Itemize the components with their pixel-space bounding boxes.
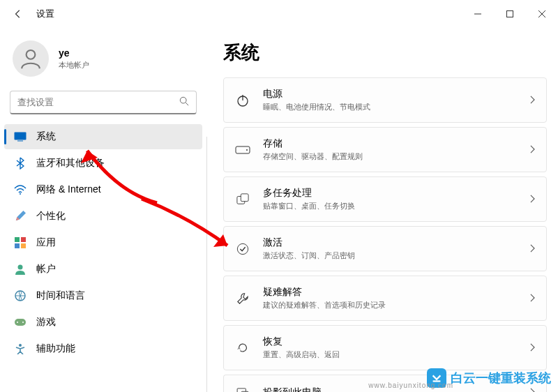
system-icon bbox=[14, 130, 27, 143]
sidebar-item-label: 蓝牙和其他设备 bbox=[36, 157, 105, 169]
close-button[interactable] bbox=[526, 0, 558, 28]
card-troubleshoot[interactable]: 疑难解答建议的疑难解答、首选项和历史记录 bbox=[223, 276, 547, 321]
svg-rect-6 bbox=[17, 141, 23, 142]
project-icon bbox=[235, 385, 250, 392]
card-title: 多任务处理 bbox=[263, 187, 518, 199]
sidebar-item-label: 辅助功能 bbox=[36, 342, 75, 355]
account-name: ye bbox=[59, 47, 89, 59]
svg-rect-5 bbox=[15, 133, 27, 140]
svg-rect-10 bbox=[15, 243, 20, 248]
watermark-url: www.baiyunxitong.com bbox=[368, 382, 453, 389]
account-subtitle: 本地帐户 bbox=[59, 60, 89, 70]
back-button[interactable] bbox=[13, 8, 24, 20]
recovery-icon bbox=[235, 340, 250, 356]
svg-point-15 bbox=[17, 322, 18, 323]
sidebar-item-accounts[interactable]: 帐户 bbox=[4, 257, 202, 282]
svg-point-21 bbox=[246, 149, 248, 151]
svg-point-24 bbox=[237, 243, 248, 254]
svg-rect-1 bbox=[507, 11, 513, 17]
card-title: 电源 bbox=[263, 88, 518, 100]
sidebar-item-gaming[interactable]: 游戏 bbox=[4, 310, 202, 335]
card-sub: 建议的疑难解答、首选项和历史记录 bbox=[263, 300, 518, 310]
chevron-right-icon bbox=[530, 342, 535, 354]
card-power[interactable]: 电源睡眠、电池使用情况、节电模式 bbox=[223, 77, 547, 123]
chevron-right-icon bbox=[530, 144, 535, 156]
sidebar-item-label: 系统 bbox=[36, 130, 56, 143]
card-title: 存储 bbox=[263, 137, 518, 150]
card-title: 恢复 bbox=[263, 336, 518, 348]
sidebar-item-apps[interactable]: 应用 bbox=[4, 230, 202, 255]
troubleshoot-icon bbox=[235, 291, 250, 306]
search-icon bbox=[179, 96, 189, 109]
svg-rect-14 bbox=[15, 319, 26, 326]
page-title: 系统 bbox=[223, 40, 547, 65]
network-icon bbox=[14, 183, 27, 196]
sidebar-item-label: 个性化 bbox=[36, 210, 66, 223]
chevron-right-icon bbox=[530, 243, 535, 255]
card-title: 激活 bbox=[263, 236, 518, 249]
svg-point-3 bbox=[180, 97, 186, 103]
accounts-icon bbox=[14, 263, 27, 276]
card-activation[interactable]: 激活激活状态、订阅、产品密钥 bbox=[223, 226, 547, 271]
sidebar-item-system[interactable]: 系统 bbox=[4, 124, 202, 149]
card-recovery[interactable]: 恢复重置、高级启动、返回 bbox=[223, 325, 547, 370]
sidebar-item-label: 应用 bbox=[36, 236, 56, 249]
card-sub: 重置、高级启动、返回 bbox=[263, 349, 518, 360]
svg-point-7 bbox=[20, 193, 21, 195]
sidebar-item-label: 游戏 bbox=[36, 316, 56, 329]
card-sub: 贴靠窗口、桌面、任务切换 bbox=[263, 201, 518, 211]
personalize-icon bbox=[14, 210, 27, 223]
maximize-button[interactable] bbox=[494, 0, 526, 28]
svg-rect-23 bbox=[241, 193, 248, 201]
sidebar-item-label: 帐户 bbox=[36, 263, 56, 276]
scroll-indicator bbox=[206, 137, 207, 392]
svg-point-12 bbox=[18, 265, 23, 270]
account-block[interactable]: ye 本地帐户 bbox=[0, 28, 206, 86]
chevron-right-icon bbox=[530, 94, 535, 107]
watermark-text: 白云一键重装系统 bbox=[451, 370, 551, 386]
minimize-button[interactable] bbox=[462, 0, 494, 28]
titlebar: 设置 bbox=[0, 0, 558, 28]
chevron-right-icon bbox=[530, 292, 535, 305]
nav-list: 系统 蓝牙和其他设备 网络 & Internet 个性化 应用 帐户 时间和语言 bbox=[0, 123, 206, 360]
card-title: 疑难解答 bbox=[263, 286, 518, 299]
window-title: 设置 bbox=[36, 8, 54, 20]
sidebar-item-personalize[interactable]: 个性化 bbox=[4, 204, 202, 229]
svg-rect-8 bbox=[15, 237, 20, 242]
storage-icon bbox=[235, 142, 250, 158]
card-sub: 激活状态、订阅、产品密钥 bbox=[263, 250, 518, 261]
card-storage[interactable]: 存储存储空间、驱动器、配置规则 bbox=[223, 127, 547, 172]
svg-rect-9 bbox=[21, 237, 26, 242]
gaming-icon bbox=[14, 316, 27, 329]
activation-icon bbox=[235, 241, 250, 257]
main-pane: 系统 电源睡眠、电池使用情况、节电模式 存储存储空间、驱动器、配置规则 多任务处… bbox=[223, 28, 558, 392]
sidebar-item-bluetooth[interactable]: 蓝牙和其他设备 bbox=[4, 151, 202, 176]
sidebar-item-label: 网络 & Internet bbox=[36, 183, 101, 196]
card-multitask[interactable]: 多任务处理贴靠窗口、桌面、任务切换 bbox=[223, 176, 547, 222]
svg-point-17 bbox=[19, 344, 22, 347]
apps-icon bbox=[14, 236, 27, 249]
svg-point-2 bbox=[27, 50, 36, 59]
svg-point-16 bbox=[22, 322, 24, 323]
search-input[interactable] bbox=[17, 97, 179, 107]
card-sub: 存储空间、驱动器、配置规则 bbox=[263, 151, 518, 162]
svg-rect-11 bbox=[21, 243, 26, 248]
bluetooth-icon bbox=[14, 157, 27, 169]
avatar bbox=[13, 40, 49, 77]
accessibility-icon bbox=[14, 342, 27, 355]
sidebar: ye 本地帐户 系统 蓝牙和其他设备 网络 & Internet 个性化 应用 bbox=[0, 28, 206, 360]
svg-line-4 bbox=[186, 103, 188, 105]
card-sub: 睡眠、电池使用情况、节电模式 bbox=[263, 102, 518, 112]
sidebar-item-accessibility[interactable]: 辅助功能 bbox=[4, 336, 202, 360]
sidebar-item-time[interactable]: 时间和语言 bbox=[4, 283, 202, 308]
chevron-right-icon bbox=[530, 193, 535, 206]
sidebar-item-network[interactable]: 网络 & Internet bbox=[4, 177, 202, 202]
search-box[interactable] bbox=[10, 91, 197, 114]
time-icon bbox=[14, 289, 27, 302]
multitask-icon bbox=[235, 192, 250, 207]
sidebar-item-label: 时间和语言 bbox=[36, 289, 85, 302]
power-icon bbox=[235, 93, 250, 108]
